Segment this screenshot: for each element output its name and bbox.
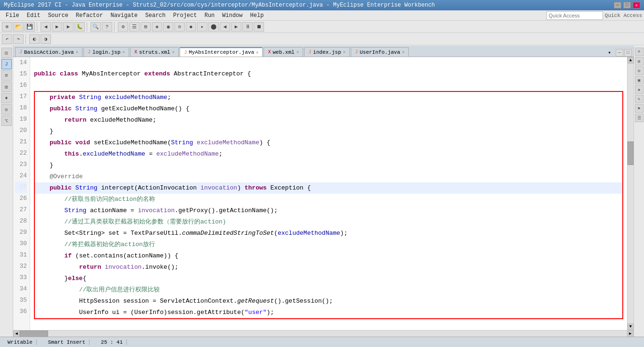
- tab-close-login[interactable]: ✕: [123, 50, 125, 55]
- tab-icon-userinfo: J: [355, 50, 358, 55]
- tab-basicaction[interactable]: J BasicAction.java ✕: [15, 47, 83, 57]
- tb-more3[interactable]: ⊞: [140, 22, 151, 32]
- scroll-thumb[interactable]: [627, 141, 634, 165]
- right-icon-2[interactable]: ⊞: [635, 57, 644, 66]
- menu-run[interactable]: Run: [201, 11, 219, 20]
- line-num-24: 24: [15, 170, 27, 182]
- code-line-17: private String excludeMethodName;: [35, 92, 622, 103]
- tab-overflow[interactable]: ▾: [605, 49, 614, 57]
- menu-navigate[interactable]: Navigate: [107, 11, 141, 20]
- tb-more10[interactable]: ◀: [220, 22, 230, 32]
- tb-search[interactable]: 🔍: [91, 22, 101, 32]
- tb-save[interactable]: 💾: [25, 22, 35, 32]
- tab-label-myabs: MyAbsInterceptor.java: [189, 50, 254, 55]
- close-button[interactable]: ✕: [633, 2, 640, 8]
- tab-close-myabs[interactable]: ✕: [256, 50, 258, 55]
- tb-more13[interactable]: ⏹: [254, 22, 264, 32]
- tab-login[interactable]: J login.jsp ✕: [83, 47, 129, 57]
- tab-close-userinfo[interactable]: ✕: [402, 50, 405, 55]
- tb-more9[interactable]: ⬤: [208, 22, 219, 32]
- tab-myabsinterceptor[interactable]: J MyAbsInterceptor.java ✕: [180, 47, 263, 57]
- tb-run[interactable]: ▶: [63, 22, 74, 32]
- line-num-23: 23: [15, 159, 27, 170]
- tb-more11[interactable]: ▶: [231, 22, 241, 32]
- tb-more5[interactable]: ◉: [163, 22, 173, 32]
- scroll-up[interactable]: ▲: [627, 57, 634, 64]
- tb2-btn4[interactable]: ◑: [41, 34, 51, 44]
- left-icon-7[interactable]: ⌥: [1, 116, 12, 126]
- tb-new[interactable]: ⊕: [2, 22, 12, 32]
- tab-icon-indexjsp: J: [308, 50, 311, 55]
- tb2-btn3[interactable]: ◐: [29, 34, 40, 44]
- tb-more1[interactable]: ⚙: [118, 22, 128, 32]
- left-icon-4[interactable]: ⊞: [1, 82, 12, 92]
- tab-close-webxml[interactable]: ✕: [297, 50, 299, 55]
- menu-project[interactable]: Project: [169, 11, 200, 20]
- maximize-button[interactable]: □: [623, 2, 631, 8]
- left-icon-2[interactable]: J: [1, 59, 12, 69]
- code-line-24: @Override: [35, 171, 622, 182]
- menu-file[interactable]: File: [2, 11, 23, 20]
- tab-close-indexjsp[interactable]: ✕: [343, 50, 346, 55]
- right-icon-1[interactable]: ≡: [635, 48, 644, 56]
- tab-label-struts: struts.xml: [139, 50, 170, 55]
- right-icon-6[interactable]: ✎: [635, 95, 644, 103]
- line-num-25: 25: [15, 182, 27, 193]
- tb-open[interactable]: 📂: [13, 22, 24, 32]
- left-icon-1[interactable]: ⊡: [1, 48, 12, 58]
- menu-search[interactable]: Search: [141, 11, 169, 20]
- tab-webxml[interactable]: X web.xml ✕: [264, 47, 303, 57]
- tb-more8[interactable]: ▸: [197, 22, 207, 32]
- quick-access-input[interactable]: [546, 11, 603, 20]
- tb-help[interactable]: ?: [102, 22, 112, 32]
- h-scroll-thumb[interactable]: [20, 330, 48, 337]
- tb-more4[interactable]: ◈: [152, 22, 162, 32]
- h-scroll-right[interactable]: ▶: [627, 330, 634, 337]
- line-numbers: 14 15 16 17 18 19 20 21 22 23 24 25 26 2…: [13, 57, 30, 330]
- menu-edit[interactable]: Edit: [23, 11, 44, 20]
- tb-more6[interactable]: ⊙: [174, 22, 185, 32]
- tab-label-login: login.jsp: [92, 50, 120, 55]
- scroll-track[interactable]: [627, 64, 634, 323]
- code-area[interactable]: public class MyAbsInterceptor extends Ab…: [30, 57, 627, 330]
- tb-forward[interactable]: ▶: [52, 22, 62, 32]
- line-num-15: 15: [15, 68, 27, 80]
- left-icon-3[interactable]: ⌘: [1, 70, 12, 81]
- tb2-btn1[interactable]: ↶: [2, 34, 12, 44]
- tb-more12[interactable]: ⏸: [242, 22, 253, 32]
- tab-struts[interactable]: X struts.xml ✕: [130, 47, 179, 57]
- line-num-19: 19: [15, 114, 27, 125]
- code-line-36: UserInfo ui = (UserInfo)session.getAttri…: [35, 307, 622, 318]
- left-icon-5[interactable]: ♦: [1, 93, 12, 103]
- menu-source[interactable]: Source: [44, 11, 72, 20]
- tb-debug[interactable]: 🐛: [74, 22, 85, 32]
- line-num-27: 27: [15, 204, 27, 215]
- right-icon-3[interactable]: ⊟: [635, 66, 644, 75]
- tab-close-struts[interactable]: ✕: [172, 50, 174, 55]
- tab-userinfo[interactable]: J UserInfo.java ✕: [351, 47, 409, 57]
- tab-indexjsp[interactable]: J index.jsp ✕: [304, 47, 350, 57]
- tb-more7[interactable]: ◆: [186, 22, 196, 32]
- left-icon-6[interactable]: ⊙: [1, 104, 12, 115]
- right-icon-8[interactable]: ☰: [635, 114, 644, 122]
- line-num-30: 30: [15, 238, 27, 249]
- minimize-button[interactable]: ─: [614, 2, 621, 8]
- menu-window[interactable]: Window: [218, 11, 246, 20]
- tab-label-userinfo: UserInfo.java: [360, 50, 400, 55]
- scroll-down[interactable]: ▼: [627, 323, 634, 330]
- tb-more2[interactable]: ☰: [129, 22, 140, 32]
- tab-close-basicaction[interactable]: ✕: [76, 50, 78, 55]
- minimize-view[interactable]: ─: [616, 49, 623, 57]
- maximize-view[interactable]: □: [624, 49, 632, 57]
- right-icon-7[interactable]: ⚑: [635, 104, 644, 113]
- tab-label-webxml: web.xml: [272, 50, 294, 55]
- h-scroll-track[interactable]: [20, 330, 627, 337]
- menu-refactor[interactable]: Refactor: [72, 11, 107, 20]
- h-scroll-left[interactable]: ◀: [13, 330, 20, 337]
- right-icon-5[interactable]: ◈: [635, 85, 644, 94]
- tb2-btn2[interactable]: ↷: [13, 34, 24, 44]
- right-icon-4[interactable]: ▣: [635, 76, 644, 84]
- tb-back[interactable]: ◀: [41, 22, 51, 32]
- code-line-15: public class MyAbsInterceptor extends Ab…: [34, 68, 623, 80]
- menu-help[interactable]: Help: [247, 11, 268, 20]
